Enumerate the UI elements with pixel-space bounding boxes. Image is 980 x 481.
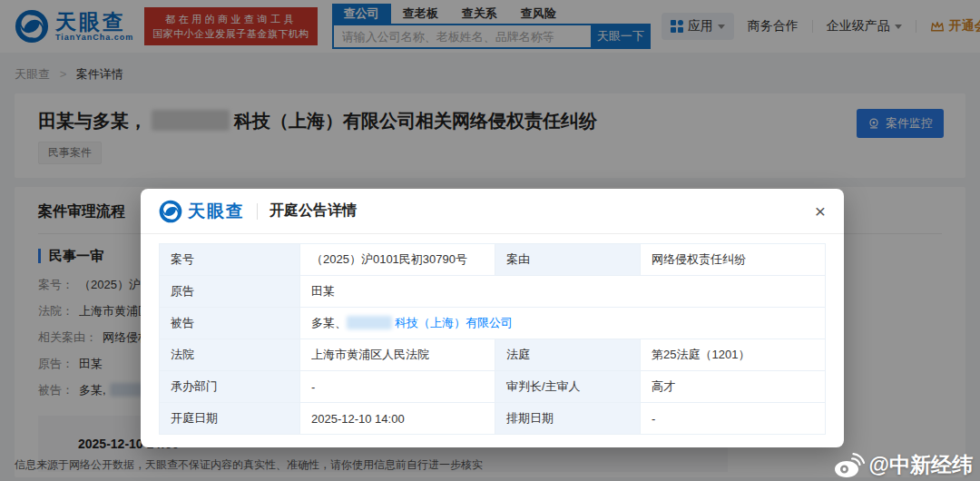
hearing-announcement-modal: 天眼查 开庭公告详情 × 案号 （2025）沪0101民初30790号 案由 网… (141, 189, 844, 447)
tianyancha-swirl-icon (159, 200, 182, 223)
redacted-company-name (347, 316, 392, 329)
table-row: 承办部门 - 审判长/主审人 高才 (160, 371, 826, 403)
watermark-text: @中新经纬 (869, 451, 973, 479)
table-row: 法院 上海市黄浦区人民法院 法庭 第25法庭（1201） (160, 339, 826, 371)
weibo-watermark: @中新经纬 (834, 451, 973, 479)
table-row: 被告 多某、科技（上海）有限公司 (160, 308, 826, 339)
table-row: 案号 （2025）沪0101民初30790号 案由 网络侵权责任纠纷 (160, 244, 826, 276)
hearing-detail-table: 案号 （2025）沪0101民初30790号 案由 网络侵权责任纠纷 原告 田某… (159, 243, 826, 435)
table-row: 开庭日期 2025-12-10 14:00 排期日期 - (160, 403, 826, 435)
modal-title-divider (257, 203, 258, 220)
modal-title: 开庭公告详情 (270, 201, 357, 221)
defendant-cell: 多某、科技（上海）有限公司 (300, 308, 826, 339)
defendant-company-link[interactable]: 科技（上海）有限公司 (395, 316, 513, 329)
weibo-icon (834, 453, 865, 478)
modal-header: 天眼查 开庭公告详情 × (141, 189, 844, 234)
close-icon[interactable]: × (815, 202, 826, 221)
table-row: 原告 田某 (160, 276, 826, 308)
modal-brand-name: 天眼查 (188, 200, 245, 223)
modal-body: 案号 （2025）沪0101民初30790号 案由 网络侵权责任纠纷 原告 田某… (141, 234, 844, 447)
